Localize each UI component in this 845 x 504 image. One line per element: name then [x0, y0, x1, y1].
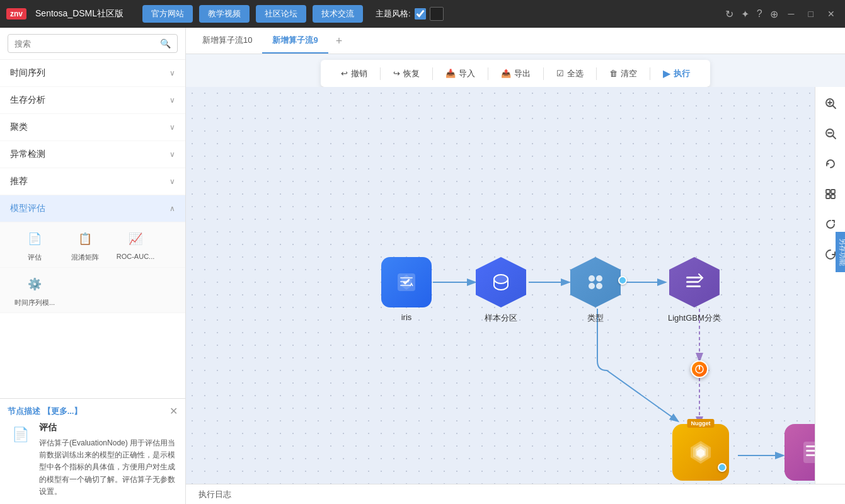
subitem-roc[interactable]: 📈 ROC-AUC...	[113, 227, 158, 262]
subitem-timeseries-model[interactable]: ⚙️ 时间序列模...	[13, 273, 57, 307]
rotate-icon[interactable]	[820, 154, 841, 174]
sidebar-item-label: 异常检测	[10, 149, 45, 160]
node-desc-header: 节点描述 【更多...】 ✕	[8, 405, 178, 417]
node-lightgbm-model[interactable]: Nugget LightGBM分类模型	[666, 424, 735, 484]
eval-icon: 📄	[23, 227, 46, 250]
sidebar-item-recommend[interactable]: 推荐 ∨	[0, 168, 185, 195]
close-button[interactable]: ✕	[824, 9, 839, 19]
subitem-confusion-label: 混淆矩阵	[71, 253, 99, 262]
zoom-out-button[interactable]	[820, 123, 841, 144]
minimize-button[interactable]: ─	[785, 9, 798, 19]
node-lightgbm[interactable]: LightGBM分类	[668, 257, 721, 324]
sidebar-item-timeseries[interactable]: 时间序列 ∨	[0, 60, 185, 87]
sample-shape	[476, 257, 526, 307]
node-desc-more-link[interactable]: 【更多...】	[43, 406, 83, 416]
subitem-eval[interactable]: 📄 评估	[13, 227, 57, 262]
lightgbm-model-shape: Nugget	[672, 424, 729, 481]
subitem-timeseries-label: 时间序列模...	[14, 298, 55, 307]
content-area: 新增算子流10 新增算子流9 + ↩ 撤销 ↪ 恢复 📥 导入	[186, 28, 845, 504]
main-layout: 🔍 时间序列 ∨ 生存分析 ∨ 聚类 ∨ 异常检测 ∨ 推荐 ∨	[0, 28, 845, 504]
sidebar-item-label: 模型评估	[10, 203, 45, 214]
nav-tech-exchange[interactable]: 技术交流	[313, 5, 363, 23]
orange-connector-dot[interactable]	[691, 360, 708, 378]
export-button[interactable]: 📤 导出	[493, 64, 538, 83]
right-toolbar	[815, 87, 845, 484]
node-desc-node-name: 评估	[39, 422, 178, 433]
sidebar-items: 时间序列 ∨ 生存分析 ∨ 聚类 ∨ 异常检测 ∨ 推荐 ∨ 模型评估 ∧	[0, 60, 185, 398]
node-eval[interactable]: 评估	[785, 424, 815, 484]
import-button[interactable]: 📥 导入	[438, 64, 483, 83]
execute-button[interactable]: ▶ 执行	[655, 64, 698, 83]
maximize-button[interactable]: □	[805, 9, 817, 19]
undo-button[interactable]: ↩ 撤销	[333, 64, 375, 83]
search-input[interactable]	[14, 39, 155, 49]
sidebar-item-label: 生存分析	[10, 94, 45, 106]
chevron-down-icon: ∨	[170, 177, 175, 186]
theme-dark-box[interactable]	[430, 7, 444, 21]
svg-rect-24	[803, 442, 815, 463]
share-icon[interactable]: ✦	[741, 8, 749, 20]
right-edge-tab[interactable]: 另存功能	[836, 232, 846, 272]
sidebar-item-anomaly[interactable]: 异常检测 ∨	[0, 141, 185, 168]
svg-rect-27	[806, 454, 815, 456]
type-label: 类型	[587, 312, 604, 324]
toolbar-separator	[488, 67, 488, 80]
nav-official-site[interactable]: 官方网站	[142, 5, 193, 23]
node-desc-panel: 节点描述 【更多...】 ✕ 📄 评估 评估算子(EvaluationNode)…	[0, 398, 185, 504]
svg-rect-37	[826, 195, 830, 198]
theme-light-checkbox[interactable]	[415, 8, 426, 20]
sidebar-item-model-eval[interactable]: 模型评估 ∧	[0, 195, 185, 222]
svg-rect-7	[400, 277, 413, 278]
redo-button[interactable]: ↪ 恢复	[386, 64, 427, 83]
node-type[interactable]: 类型	[570, 257, 621, 324]
svg-rect-8	[400, 281, 409, 282]
subitem-row-1: 📄 评估 📋 混淆矩阵 📈 ROC-AUC...	[0, 222, 185, 268]
tab-flow9[interactable]: 新增算子流9	[262, 28, 328, 54]
svg-rect-9	[400, 285, 411, 286]
svg-rect-35	[826, 190, 830, 193]
toolbar: ↩ 撤销 ↪ 恢复 📥 导入 📤 导出	[321, 60, 710, 88]
import-icon: 📥	[445, 69, 456, 78]
app-title: Sentosa_DSML社区版	[35, 8, 124, 20]
globe-icon[interactable]: ⊕	[770, 8, 778, 20]
svg-point-13	[596, 275, 602, 282]
chevron-down-icon: ∨	[170, 96, 175, 105]
select-all-icon: ☑	[556, 69, 564, 78]
nav-tutorial-video[interactable]: 教学视频	[199, 5, 250, 23]
subitem-eval-label: 评估	[28, 253, 42, 262]
search-area: 🔍	[0, 28, 185, 60]
svg-rect-25	[806, 445, 815, 447]
lightgbm-model-conn-dot	[718, 463, 727, 472]
nav-community-forum[interactable]: 社区论坛	[256, 5, 306, 23]
confusion-icon: 📋	[74, 227, 96, 250]
grid-icon[interactable]	[820, 184, 841, 204]
sidebar-item-clustering[interactable]: 聚类 ∨	[0, 114, 185, 141]
svg-line-33	[832, 136, 836, 139]
sidebar-item-label: 推荐	[10, 176, 28, 187]
canvas-right-container: iris 样本分区	[186, 87, 845, 484]
node-sample[interactable]: 样本分区	[476, 257, 526, 324]
zoom-in-button[interactable]	[820, 93, 841, 113]
close-icon[interactable]: ✕	[170, 405, 178, 417]
node-iris[interactable]: iris	[381, 257, 432, 322]
sidebar: 🔍 时间序列 ∨ 生存分析 ∨ 聚类 ∨ 异常检测 ∨ 推荐 ∨	[0, 28, 186, 504]
refresh-icon[interactable]: ↻	[725, 8, 733, 20]
toolbar-separator	[380, 67, 381, 80]
svg-rect-18	[686, 285, 701, 287]
node-desc-content: 📄 评估 评估算子(EvaluationNode) 用于评估用当前数据训练出来的…	[8, 422, 178, 498]
sidebar-item-label: 时间序列	[10, 67, 45, 79]
sidebar-item-survival[interactable]: 生存分析 ∨	[0, 87, 185, 114]
node-desc-title: 节点描述 【更多...】	[8, 406, 82, 417]
select-all-button[interactable]: ☑ 全选	[549, 64, 591, 83]
titlebar: znv Sentosa_DSML社区版 官方网站 教学视频 社区论坛 技术交流 …	[0, 0, 845, 28]
toolbar-separator	[596, 67, 597, 80]
node-desc-info: 评估 评估算子(EvaluationNode) 用于评估用当前数据训练出来的模型…	[39, 422, 178, 498]
subitem-row-2: ⚙️ 时间序列模...	[0, 268, 185, 313]
search-icon: 🔍	[160, 38, 171, 49]
clear-button[interactable]: 🗑 清空	[602, 64, 645, 83]
canvas-area[interactable]: iris 样本分区	[186, 87, 815, 484]
tab-flow10[interactable]: 新增算子流10	[192, 28, 262, 54]
add-tab-button[interactable]: +	[328, 30, 350, 52]
help-icon[interactable]: ?	[757, 8, 762, 20]
subitem-confusion[interactable]: 📋 混淆矩阵	[63, 227, 107, 262]
